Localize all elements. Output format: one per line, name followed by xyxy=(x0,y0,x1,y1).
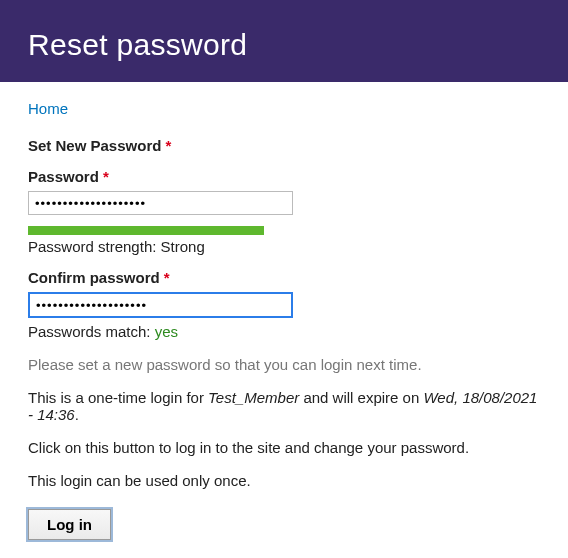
click-button-text: Click on this button to log in to the si… xyxy=(28,439,540,456)
password-match-text: Passwords match: yes xyxy=(28,323,540,340)
confirm-password-label-text: Confirm password xyxy=(28,269,160,286)
instruction-text: Please set a new password so that you ca… xyxy=(28,356,540,373)
password-match-value: yes xyxy=(155,323,178,340)
form-heading: Set New Password * xyxy=(28,137,540,154)
breadcrumb: Home xyxy=(28,100,540,117)
confirm-password-label: Confirm password * xyxy=(28,269,540,286)
password-strength-bar xyxy=(28,226,264,235)
one-time-username: Test_Member xyxy=(208,389,299,406)
password-label: Password * xyxy=(28,168,540,185)
one-time-login-text: This is a one-time login for Test_Member… xyxy=(28,389,540,423)
form-heading-text: Set New Password xyxy=(28,137,161,154)
password-input[interactable] xyxy=(28,191,293,215)
one-time-prefix: This is a one-time login for xyxy=(28,389,208,406)
confirm-password-input[interactable] xyxy=(28,292,293,318)
page-content: Home Set New Password * Password * Passw… xyxy=(0,82,568,558)
breadcrumb-home-link[interactable]: Home xyxy=(28,100,68,117)
one-time-mid: and will expire on xyxy=(299,389,423,406)
password-strength-label: Password strength: xyxy=(28,238,161,255)
password-match-label: Passwords match: xyxy=(28,323,155,340)
required-indicator: * xyxy=(166,137,172,154)
once-only-text: This login can be used only once. xyxy=(28,472,540,489)
password-label-text: Password xyxy=(28,168,99,185)
required-indicator: * xyxy=(103,168,109,185)
one-time-suffix: . xyxy=(75,406,79,423)
page-banner: Reset password xyxy=(0,0,568,82)
password-strength-text: Password strength: Strong xyxy=(28,238,540,255)
login-button[interactable]: Log in xyxy=(28,509,111,540)
password-strength-fill xyxy=(28,226,264,235)
password-strength-value: Strong xyxy=(161,238,205,255)
required-indicator: * xyxy=(164,269,170,286)
page-title: Reset password xyxy=(28,28,540,62)
